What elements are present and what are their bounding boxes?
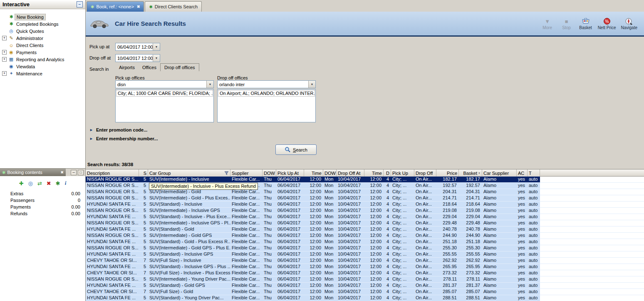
table-row[interactable]: CHEVY TAHOE OR SI...7SUV(Full Size) - In… [86,270,644,276]
table-row[interactable]: NISSAN ROGUE OR S...5SUV(Intermediate) -… [86,208,644,214]
column-header-basket-14[interactable]: Basket▼ [459,169,482,177]
sidebar-item-completed-bookings[interactable]: ✱Completed Bookings [0,20,85,27]
info-icon[interactable]: i [65,180,67,187]
table-row[interactable]: NISSAN ROGUE OR S...5SUV(Intermediate) -… [86,177,644,183]
column-label: Price [447,170,457,177]
close-icon[interactable]: ✖ [60,170,64,174]
clients-icon: ☺ [8,43,15,48]
dropoff-offices-combo[interactable]: orlando inter ▼ [217,80,316,88]
table-row[interactable]: NISSAN ROGUE OR S...5SUV(Intermediate) -… [86,220,644,226]
column-header-time-6[interactable]: Time [304,169,323,177]
table-cell: Thu [263,283,276,289]
collapse-sidebar-button[interactable]: − [77,1,83,7]
column-header-s-1[interactable]: S [139,169,148,177]
sidebar-item-new-booking[interactable]: ✱New Booking [0,13,85,20]
sidebar-item-quick-quotes[interactable]: ◎Quick Quotes [0,27,85,35]
table-row[interactable]: NISSAN ROGUE OR S...5SUV(Intermediate) -… [86,189,644,195]
column-header-drop-off-at-8[interactable]: Drop Off At [337,169,364,177]
table-row[interactable]: HYUNDAI SANTA FE ...5SUV(Standard) - Inc… [86,264,644,270]
sidebar-item-payments[interactable]: +◉Payments [0,49,85,56]
document-tab-book-ref-none[interactable]: ✱Book, ref.: <none>✖ [87,1,144,12]
delete-icon[interactable]: ✖ [47,180,51,187]
column-header-t-17[interactable]: T [528,169,540,177]
sidebar-item-viewdata[interactable]: ◉Viewdata [0,63,85,70]
sidebar-item-direct-clients[interactable]: ☺Direct Clients [0,42,85,49]
table-cell: 12:00 [364,276,384,282]
dropoff-at-value: 10/04/2017 12:00 [116,56,153,61]
chevron-down-icon[interactable]: ▼ [153,55,160,62]
table-row[interactable]: CHEVY TAHOE OR SI...7SUV(Full Size) - Go… [86,289,644,295]
column-header-description-0[interactable]: Description [86,169,139,177]
sidebar-item-reporting-and-analytics[interactable]: +▦Reporting and Analytics [0,56,85,63]
column-header-supplier-3[interactable]: Supplier [230,169,263,177]
pickup-offices-list[interactable]: City; AL; 1000 CAR CARE DRIVE; FLORIDA; … [115,89,214,122]
expand-icon[interactable]: + [2,57,7,62]
sidebar-item-administrator[interactable]: +✎Administrator [0,35,85,42]
globe-icon[interactable]: ◎ [28,180,33,187]
dropoff-offices-list[interactable]: On Airport; AL; ORLANDO; ORLANDO INTER..… [217,89,316,122]
search-tab-offices[interactable]: Offices [139,64,160,71]
list-item[interactable]: On Airport; AL; ORLANDO; ORLANDO INTER..… [218,90,315,97]
table-row[interactable]: HYUNDAI SANTA FE ...5SUV(Standard) - Gol… [86,239,644,245]
column-header-car-group-2[interactable]: Car Group [148,169,230,177]
chevron-down-icon[interactable]: ▼ [308,81,315,88]
table-cell: 06/04/2017 [276,220,304,226]
table-row[interactable]: HYUNDAI SANTA FE ...5SUV(Standard) - Gol… [86,226,644,233]
chevron-down-icon[interactable]: ▼ [206,81,213,88]
column-header-pick-up-11[interactable]: Pick Up [391,169,414,177]
add-icon[interactable]: ✚ [19,180,24,187]
close-icon[interactable]: ✖ [137,5,140,9]
table-row[interactable]: NISSAN ROGUE OR S...5SUV(Intermediate) -… [86,276,644,283]
column-header-price-13[interactable]: Price [436,169,459,177]
search-tab-drop-off-offices[interactable]: Drop off offices [160,63,199,71]
table-row[interactable]: HYUNDAI SANTA FE ...5SUV(Standard) - Inc… [86,251,644,258]
table-cell: Alamo [482,276,517,282]
document-tab-direct-clients-search[interactable]: ✱Direct Clients Search [145,1,202,12]
column-header-car-supplier-15[interactable]: Car Supplier [482,169,517,177]
column-header-time-9[interactable]: Time [364,169,384,177]
transfer-icon[interactable]: ⇄ [37,180,42,187]
column-header-dow-7[interactable]: DOW [323,169,337,177]
column-header-ac-16[interactable]: AC [517,169,528,177]
pickup-offices-combo[interactable]: disn ▼ [115,80,214,88]
table-cell: City; ... [391,283,414,289]
list-item[interactable]: City; AL; 1000 CAR CARE DRIVE; FLORIDA; … [116,90,213,97]
table-row[interactable]: HYUNDAI SANTA FE ...5SUV(Standard) - You… [86,295,644,301]
table-cell: NISSAN ROGUE OR S... [86,276,139,282]
table-cell: Thu [263,295,276,301]
sidebar-item-maintenance[interactable]: +✦Maintenance [0,70,85,77]
column-header-d-10[interactable]: D [384,169,391,177]
dropoff-at-combo[interactable]: 10/04/2017 12:00 ▼ [115,54,160,62]
table-row[interactable]: HYUNDAI SANTA FE ...5SUV(Standard) - Inc… [86,214,644,220]
expand-icon[interactable]: + [2,71,7,76]
column-label: AC [518,170,524,177]
membership-number-expander[interactable]: ► Enter membership number... [89,136,158,141]
table-row[interactable]: NISSAN ROGUE OR S...5SUV(Intermediate) -… [86,245,644,251]
maximize-icon[interactable]: □ [78,170,84,175]
table-row[interactable]: NISSAN ROGUE OR S...5SUV(Intermediate) -… [86,233,644,239]
chevron-down-icon[interactable]: ▼ [153,43,160,50]
expand-icon[interactable]: + [2,36,7,40]
table-cell: Flexible Car... [230,264,263,270]
table-cell: 12:00 [364,208,384,214]
column-header-pick-up-at-5[interactable]: Pick Up At [276,169,304,177]
basket-button[interactable]: Basket [579,17,593,30]
table-cell: 204.31 [436,189,459,195]
table-row[interactable]: HYUNDAI SANTA FE ...5SUV(Standard) - Inc… [86,201,644,208]
column-header-drop-off-12[interactable]: Drop Off [414,169,436,177]
pickup-at-combo[interactable]: 06/04/2017 12:00 ▼ [115,43,160,51]
minimize-icon[interactable]: ─ [71,170,77,175]
promotion-code-expander[interactable]: ► Enter promotion code... [89,127,147,132]
filter-icon[interactable] [224,171,229,175]
table-cell: Mon [323,183,337,189]
search-button[interactable]: Search [275,144,317,155]
nett-price-button[interactable]: %Nett Price [598,17,616,30]
table-row[interactable]: HYUNDAI SANTA FE ...5SUV(Standard) - Gol… [86,283,644,289]
search-tab-airports[interactable]: Airports [115,64,139,71]
table-row[interactable]: NISSAN ROGUE OR S...5SUV(Intermediate) -… [86,195,644,201]
column-header-dow-4[interactable]: DOW [263,169,276,177]
navigate-button[interactable]: Navigate [621,17,637,30]
table-row[interactable]: CHEVY TAHOE OR SI...7SUV(Full Size) - In… [86,258,644,264]
expand-icon[interactable]: + [2,50,7,55]
palm-icon[interactable]: ✱ [56,180,60,187]
